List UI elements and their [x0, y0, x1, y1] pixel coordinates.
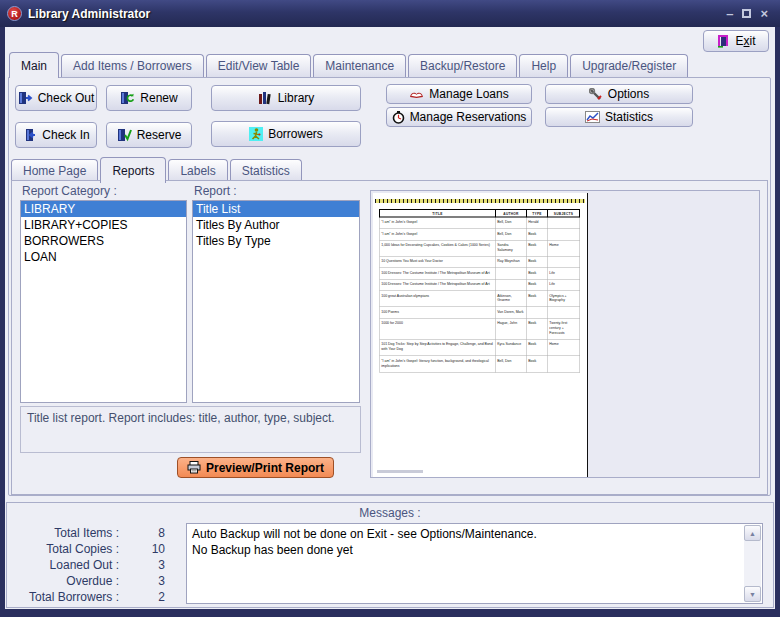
- printer-icon: [187, 461, 201, 474]
- stats-summary: Total Items : 8 Total Copies : 10 Loaned…: [13, 525, 165, 605]
- preview-cell-type: Book: [527, 291, 548, 307]
- preview-cell-author: [496, 279, 527, 290]
- preview-table-row: "I am" in John's Gospel: literary functi…: [380, 356, 580, 372]
- close-icon[interactable]: ×: [760, 9, 768, 19]
- manage-loans-label: Manage Loans: [429, 87, 508, 101]
- minimize-icon[interactable]: –: [726, 9, 733, 19]
- renew-button[interactable]: Renew: [106, 85, 192, 111]
- preview-cell-subjects: Home: [548, 240, 580, 256]
- category-item-library-copies[interactable]: LIBRARY+COPIES: [21, 217, 186, 233]
- tab-reports[interactable]: Reports: [100, 157, 166, 183]
- tab-edit-view-table[interactable]: Edit/View Table: [206, 54, 312, 77]
- borrowers-button[interactable]: Borrowers: [211, 121, 361, 147]
- preview-scrollbar[interactable]: [377, 470, 423, 473]
- preview-table-row: 10 Questions You Must ask Your Doctor Ra…: [380, 256, 580, 267]
- messages-box[interactable]: Auto Backup will not be done on Exit - s…: [186, 523, 763, 604]
- check-in-button[interactable]: Check In: [15, 122, 97, 148]
- report-category-listbox[interactable]: LIBRARY LIBRARY+COPIES BORROWERS LOAN: [20, 200, 187, 403]
- report-description: Title list report. Report includes: titl…: [20, 406, 361, 453]
- messages-text: Auto Backup will not be done on Exit - s…: [187, 524, 762, 560]
- tab-upgrade-register[interactable]: Upgrade/Register: [570, 54, 688, 77]
- tab-add-items-borrowers[interactable]: Add Items / Borrowers: [61, 54, 204, 77]
- preview-cell-type: Book: [527, 318, 548, 339]
- tab-help[interactable]: Help: [519, 54, 568, 77]
- preview-cell-author: [496, 268, 527, 279]
- preview-cell-title: 1000 for 2000: [380, 318, 496, 339]
- report-item-titles-by-type[interactable]: Titles By Type: [193, 233, 359, 249]
- report-item-title-list[interactable]: Title List: [193, 201, 359, 217]
- preview-cell-title: 100 Dresses: The Costume Institute / The…: [380, 268, 496, 279]
- options-button[interactable]: Options: [545, 84, 693, 104]
- tools-icon: [589, 88, 603, 101]
- stat-total-items-value: 8: [119, 525, 165, 541]
- manage-reservations-label: Manage Reservations: [410, 110, 527, 124]
- preview-cell-author: Bell, Don: [496, 217, 527, 229]
- books-icon: [258, 91, 273, 105]
- preview-cell-type: Book: [527, 279, 548, 290]
- exit-button[interactable]: Exit: [703, 30, 769, 52]
- manage-loans-button[interactable]: Manage Loans: [386, 84, 532, 104]
- preview-cell-subjects: [548, 217, 580, 229]
- book-arrow-left-icon: [22, 128, 37, 142]
- report-label: Report :: [194, 184, 237, 198]
- preview-table-header: TITLE AUTHOR TYPE SUBJECTS: [380, 210, 580, 218]
- manage-reservations-button[interactable]: Manage Reservations: [386, 107, 532, 127]
- book-check-icon: [117, 128, 132, 142]
- tab-maintenance[interactable]: Maintenance: [313, 54, 406, 77]
- category-item-loan[interactable]: LOAN: [21, 249, 186, 265]
- preview-col-author: AUTHOR: [496, 210, 527, 218]
- preview-cell-subjects: Life: [548, 279, 580, 290]
- preview-cell-title: 100 great Australian olympians: [380, 291, 496, 307]
- stat-loaned-out-value: 3: [119, 557, 165, 573]
- tab-statistics[interactable]: Statistics: [230, 159, 302, 182]
- library-label: Library: [278, 91, 315, 105]
- main-tab-bar: Main Add Items / Borrowers Edit/View Tab…: [9, 52, 690, 77]
- preview-cell-author: Bell, Don: [496, 229, 527, 240]
- preview-table-row: 100 Dresses: The Costume Institute / The…: [380, 268, 580, 279]
- preview-cell-title: 100 Dresses: The Costume Institute / The…: [380, 279, 496, 290]
- preview-table-row: 1,000 Ideas for Decorating Cupcakes, Coo…: [380, 240, 580, 256]
- preview-cell-type: Book: [527, 256, 548, 267]
- scroll-down-icon[interactable]: ▼: [744, 586, 761, 602]
- tab-home-page[interactable]: Home Page: [11, 159, 98, 182]
- preview-col-subjects: SUBJECTS: [548, 210, 580, 218]
- library-button[interactable]: Library: [211, 85, 361, 111]
- preview-print-report-label: Preview/Print Report: [206, 461, 324, 475]
- preview-cell-author: Ray Moynihan: [496, 256, 527, 267]
- tab-labels[interactable]: Labels: [168, 159, 227, 182]
- tab-main[interactable]: Main: [9, 52, 59, 78]
- preview-table-row: 1000 for 2000 Hague, John Book Twenty-fi…: [380, 318, 580, 339]
- report-preview-page: TITLE AUTHOR TYPE SUBJECTS ": [373, 193, 588, 477]
- preview-print-report-button[interactable]: Preview/Print Report: [177, 457, 334, 478]
- preview-table: TITLE AUTHOR TYPE SUBJECTS ": [379, 209, 580, 372]
- report-listbox[interactable]: Title List Titles By Author Titles By Ty…: [192, 200, 360, 403]
- preview-cell-subjects: Twenty-first century + Forecasts: [548, 318, 580, 339]
- preview-cell-subjects: Life: [548, 268, 580, 279]
- preview-cell-title: 100 Poems: [380, 307, 496, 318]
- check-out-button[interactable]: Check Out: [15, 85, 97, 111]
- titlebar: R Library Administrator – ×: [0, 0, 780, 27]
- tab-backup-restore[interactable]: Backup/Restore: [408, 54, 517, 77]
- category-item-borrowers[interactable]: BORROWERS: [21, 233, 186, 249]
- book-refresh-icon: [120, 91, 135, 105]
- message-line: No Backup has been done yet: [192, 542, 757, 558]
- preview-table-body: "I am" in John's Gospel Bell, Don Herald…: [380, 217, 580, 372]
- sub-tab-bar: Home Page Reports Labels Statistics: [11, 157, 304, 182]
- report-preview-frame: TITLE AUTHOR TYPE SUBJECTS ": [370, 190, 760, 478]
- scroll-up-icon[interactable]: ▲: [744, 525, 761, 541]
- stat-total-borrowers: Total Borrowers : 2: [13, 589, 165, 605]
- message-line: Auto Backup will not be done on Exit - s…: [192, 526, 757, 542]
- stat-loaned-out: Loaned Out : 3: [13, 557, 165, 573]
- window-controls: – ×: [726, 9, 768, 19]
- report-item-titles-by-author[interactable]: Titles By Author: [193, 217, 359, 233]
- statistics-button[interactable]: Statistics: [545, 107, 693, 127]
- report-category-label: Report Category :: [22, 184, 117, 198]
- category-item-library[interactable]: LIBRARY: [21, 201, 186, 217]
- reserve-button[interactable]: Reserve: [106, 122, 192, 148]
- borrowers-label: Borrowers: [268, 127, 323, 141]
- open-book-icon: [409, 88, 424, 100]
- preview-table-row: 100 Poems Van Doren, Mark: [380, 307, 580, 318]
- messages-scrollbar[interactable]: ▲ ▼: [744, 525, 761, 602]
- maximize-icon[interactable]: [742, 9, 751, 18]
- preview-cell-author: Sandra Salamony: [496, 240, 527, 256]
